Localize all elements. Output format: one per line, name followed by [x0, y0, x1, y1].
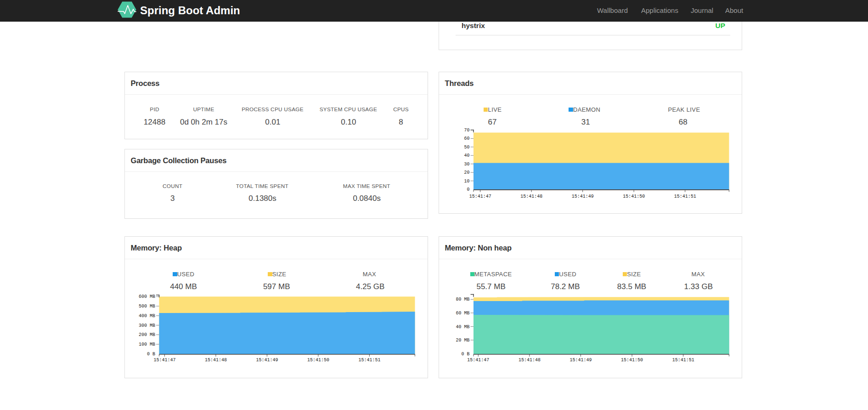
- svg-text:15:41:47: 15:41:47: [469, 194, 491, 199]
- svg-text:100 MB: 100 MB: [139, 342, 155, 347]
- svg-text:20 MB: 20 MB: [456, 338, 469, 343]
- svg-text:15:41:47: 15:41:47: [153, 358, 175, 363]
- svg-text:600 MB: 600 MB: [139, 294, 155, 299]
- svg-text:60 MB: 60 MB: [456, 311, 469, 316]
- svg-text:30: 30: [464, 162, 469, 167]
- svg-text:10: 10: [464, 179, 469, 184]
- svg-text:15:41:49: 15:41:49: [256, 358, 278, 363]
- svg-text:15:41:47: 15:41:47: [467, 358, 489, 363]
- svg-text:60: 60: [464, 136, 469, 141]
- svg-text:80 MB: 80 MB: [456, 297, 469, 302]
- svg-text:400 MB: 400 MB: [139, 313, 155, 319]
- svg-text:15:41:51: 15:41:51: [672, 358, 694, 363]
- svg-text:15:41:48: 15:41:48: [205, 358, 227, 363]
- svg-text:15:41:48: 15:41:48: [520, 194, 542, 199]
- svg-text:15:41:49: 15:41:49: [569, 358, 592, 363]
- svg-text:500 MB: 500 MB: [139, 304, 155, 309]
- svg-text:20: 20: [464, 170, 469, 175]
- svg-text:70: 70: [464, 128, 469, 133]
- svg-text:15:41:49: 15:41:49: [572, 194, 594, 199]
- svg-text:0 B: 0 B: [147, 352, 155, 357]
- svg-text:200 MB: 200 MB: [139, 332, 155, 337]
- svg-text:15:41:51: 15:41:51: [674, 194, 696, 199]
- svg-text:40: 40: [464, 153, 469, 158]
- svg-text:15:41:48: 15:41:48: [519, 358, 541, 363]
- svg-text:40 MB: 40 MB: [456, 325, 469, 330]
- svg-text:15:41:51: 15:41:51: [358, 358, 380, 363]
- svg-text:50: 50: [464, 145, 469, 150]
- svg-text:15:41:50: 15:41:50: [623, 194, 645, 199]
- svg-text:0: 0: [467, 187, 469, 192]
- svg-text:15:41:50: 15:41:50: [621, 358, 643, 363]
- svg-text:300 MB: 300 MB: [139, 323, 155, 328]
- svg-text:15:41:50: 15:41:50: [307, 358, 329, 363]
- svg-text:0 B: 0 B: [461, 352, 469, 357]
